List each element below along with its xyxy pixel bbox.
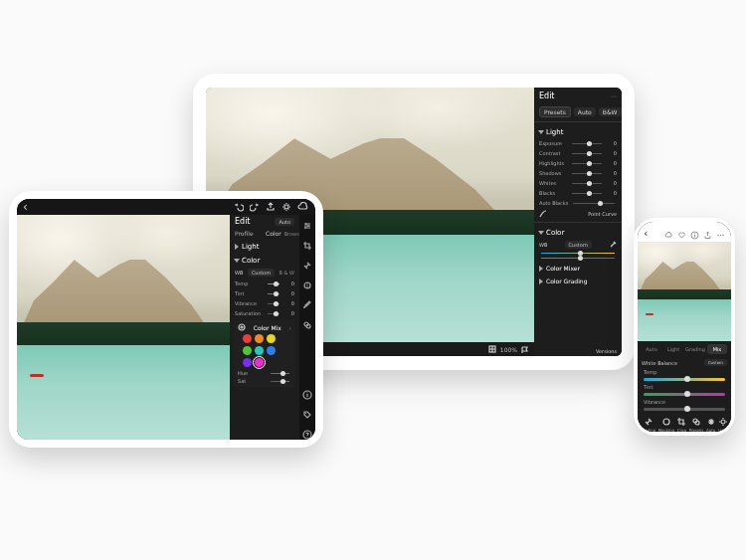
vibrance-slider[interactable]: Vibrance 0 [230, 298, 299, 308]
chevron-right-icon [539, 266, 543, 272]
svg-point-9 [307, 392, 308, 393]
chevron-right-icon [539, 279, 543, 284]
temp-slider[interactable] [644, 378, 725, 381]
color-label: Color [546, 229, 564, 237]
tool-auto[interactable]: Auto [706, 417, 716, 432]
color-mix-pane: Color Mix › Hue Sat [234, 320, 295, 387]
grid-view-icon[interactable] [488, 345, 496, 353]
tab-mix[interactable]: Mix [707, 344, 727, 354]
light-section-header[interactable]: Light [230, 239, 299, 253]
chevron-right-icon[interactable]: › [289, 324, 291, 331]
tool-row: Healing Masking Crop Presets Auto [638, 413, 731, 432]
tab-grading[interactable]: Grading [685, 344, 705, 354]
panel-title: Edit [539, 92, 555, 100]
cloud-icon[interactable] [297, 202, 309, 212]
healing-icon[interactable] [302, 261, 312, 271]
color-swatch[interactable] [255, 346, 264, 355]
shadows-slider[interactable]: Shadows 0 [534, 168, 622, 178]
brush-icon[interactable] [302, 300, 312, 310]
sat-slider[interactable]: Sat [238, 378, 291, 384]
tool-masking[interactable]: Masking [658, 417, 675, 432]
svg-point-20 [722, 235, 724, 237]
contrast-slider[interactable]: Contrast 0 [534, 148, 622, 158]
profile-value[interactable]: Color [266, 230, 281, 237]
target-icon[interactable] [238, 323, 246, 331]
back-button[interactable]: ‹ [644, 227, 648, 240]
temp-slider[interactable]: Temp 0 [230, 279, 299, 288]
phone-device: ‹ Auto Light Grading Mix White Balance C… [634, 218, 735, 436]
auto-blacks-row[interactable]: Auto Blacks [534, 198, 622, 208]
bw-button[interactable]: B&W [599, 107, 622, 116]
eyedropper-icon[interactable] [609, 241, 617, 249]
tab-light[interactable]: Light [663, 344, 683, 354]
color-swatch[interactable] [255, 358, 264, 367]
tool-crop[interactable]: Crop [676, 417, 686, 432]
chevron-down-icon [538, 130, 544, 134]
wb-row[interactable]: White Balance Custom [638, 357, 731, 368]
auto-button[interactable]: Auto [574, 107, 596, 116]
photo-canvas[interactable] [17, 215, 230, 440]
whites-slider[interactable]: Whites 0 [534, 178, 622, 188]
crop-icon[interactable] [302, 241, 312, 251]
color-section-header[interactable]: Color [534, 225, 622, 239]
highlights-slider[interactable]: Highlights 0 [534, 158, 622, 168]
auto-button[interactable]: Auto [275, 218, 294, 226]
canoe-detail [30, 374, 44, 377]
light-section-header[interactable]: Light [534, 124, 622, 138]
saturation-slider[interactable]: Saturation 0 [230, 308, 299, 318]
exposure-slider[interactable]: Exposure 0 [534, 138, 622, 148]
tint-slider[interactable] [644, 393, 725, 396]
cloud-icon[interactable] [664, 231, 673, 240]
tag-icon[interactable] [302, 410, 312, 420]
info-icon[interactable] [690, 231, 699, 240]
temp-label: Temp [644, 369, 661, 375]
blacks-slider[interactable]: Blacks 0 [534, 188, 622, 198]
tab-auto[interactable]: Auto [642, 344, 661, 354]
masking-icon[interactable] [302, 280, 312, 290]
color-mixer-header[interactable]: Color Mixer [534, 261, 622, 274]
hue-slider[interactable]: Hue [238, 370, 291, 378]
color-section-header[interactable]: Color [230, 253, 299, 267]
wb-value[interactable]: Custom [565, 241, 592, 249]
presets-button[interactable]: Presets [539, 106, 571, 117]
wb-row[interactable]: WB Custom [534, 239, 622, 251]
tool-presets[interactable]: Presets [689, 417, 704, 432]
color-swatch[interactable] [243, 334, 252, 343]
color-mix-label: Color Mix [254, 324, 281, 331]
svg-point-17 [694, 233, 695, 234]
info-icon[interactable] [302, 390, 312, 400]
share-icon[interactable] [703, 231, 712, 240]
svg-point-18 [717, 235, 719, 237]
tint-slider[interactable]: Tint 0 [230, 288, 299, 298]
tool-light[interactable]: Light [718, 417, 728, 432]
tool-healing[interactable]: Healing [641, 417, 655, 432]
gear-icon[interactable] [281, 202, 291, 212]
color-swatch[interactable] [255, 334, 264, 343]
point-curve-row[interactable]: Point Curve [534, 208, 622, 220]
versions-button[interactable]: Versions [596, 348, 617, 354]
color-swatch[interactable] [243, 358, 252, 367]
svg-point-14 [241, 326, 243, 328]
heart-icon[interactable] [677, 231, 686, 240]
help-icon[interactable] [302, 430, 312, 440]
color-grading-header[interactable]: Color Grading [534, 274, 622, 286]
adjust-icon[interactable] [302, 221, 312, 231]
share-icon[interactable] [266, 202, 276, 212]
vibrance-slider[interactable] [644, 408, 725, 411]
curve-icon [539, 210, 547, 218]
undo-icon[interactable] [234, 202, 244, 212]
wb-row[interactable]: WB Custom B & W [230, 267, 299, 279]
photo-canvas[interactable] [638, 242, 731, 341]
redo-icon[interactable] [250, 202, 260, 212]
presets-icon[interactable] [302, 320, 312, 330]
flag-icon[interactable] [521, 346, 528, 353]
back-button[interactable]: ‹ [23, 200, 28, 214]
more-icon[interactable] [716, 231, 725, 240]
color-swatch[interactable] [267, 346, 276, 355]
zoom-label[interactable]: 100% [500, 346, 517, 353]
color-swatch[interactable] [243, 346, 252, 355]
chevron-down-icon [234, 259, 240, 263]
panel-menu-icon[interactable]: ⋯ [611, 93, 617, 99]
svg-point-13 [239, 324, 245, 330]
color-swatch[interactable] [267, 334, 276, 343]
